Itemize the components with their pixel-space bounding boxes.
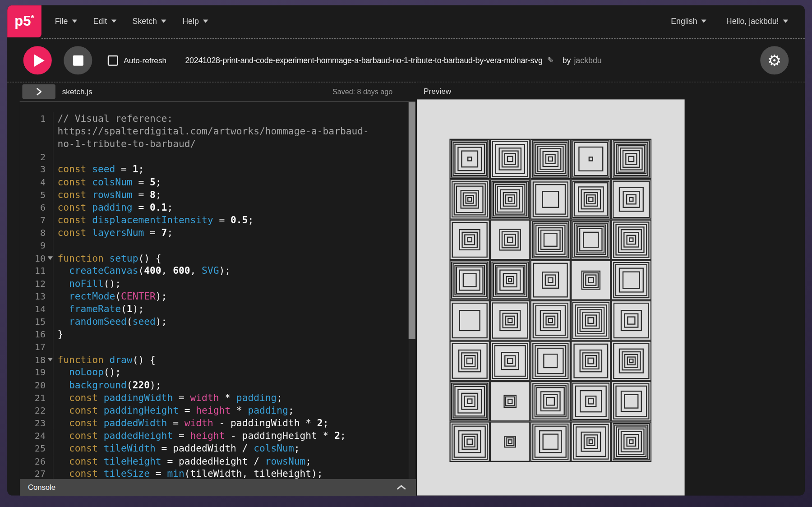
language-menu[interactable]: English <box>671 17 706 26</box>
tab-sketch-js[interactable]: sketch.js <box>62 87 92 96</box>
line-number[interactable]: 20 <box>20 379 54 392</box>
code-line: 9 <box>20 239 415 252</box>
code-line: 10function setup() { <box>20 252 415 264</box>
settings-button[interactable]: ⚙ <box>760 46 789 74</box>
line-number[interactable]: 13 <box>20 290 54 303</box>
saved-status: Saved: 8 days ago <box>332 88 392 96</box>
code-line: 4const colsNum = 5; <box>20 176 415 189</box>
editor-scrollbar-thumb[interactable] <box>409 102 415 339</box>
tile <box>531 300 571 341</box>
line-number[interactable]: 25 <box>20 442 54 455</box>
window-frame: p5* File Edit Sketch Help <box>0 0 812 507</box>
line-number[interactable]: 27 <box>20 468 54 479</box>
line-number[interactable]: 11 <box>20 265 54 277</box>
main-area: sketch.js Saved: 8 days ago 1// Visual r… <box>7 82 805 495</box>
console-bar[interactable]: Console <box>20 479 415 496</box>
chevron-down-icon <box>72 20 77 23</box>
line-number[interactable]: 12 <box>20 277 54 290</box>
pencil-icon[interactable]: ✎ <box>547 55 554 65</box>
tile <box>449 341 490 381</box>
line-number[interactable]: 8 <box>20 226 54 239</box>
code-text: background(220); <box>53 379 161 392</box>
code-text: rectMode(CENTER); <box>53 290 167 303</box>
tile <box>490 139 531 180</box>
menu-file[interactable]: File <box>55 17 77 26</box>
unsaved-marker: * <box>31 14 34 23</box>
code-line: 12 noFill(); <box>20 277 415 290</box>
tile <box>531 220 571 260</box>
tile <box>490 381 531 422</box>
editor-scrollbar[interactable] <box>409 102 415 479</box>
nav-right: English Hello, jackbdu! <box>671 5 788 37</box>
auto-refresh-checkbox[interactable] <box>108 55 118 65</box>
tile <box>449 381 490 422</box>
sidebar-collapse-button[interactable] <box>22 84 55 99</box>
tile <box>611 220 652 260</box>
author-link[interactable]: jackbdu <box>574 55 601 65</box>
chevron-right-icon <box>35 87 42 97</box>
line-number[interactable]: 26 <box>20 455 54 467</box>
line-number[interactable]: 7 <box>20 214 54 226</box>
line-number[interactable]: 19 <box>20 366 54 379</box>
sketch-title[interactable]: 20241028-print-and-code-experiment-homma… <box>185 55 542 65</box>
menu-help[interactable]: Help <box>182 17 208 26</box>
p5-logo[interactable]: p5* <box>7 5 42 37</box>
code-line: 21 const paddingWidth = width * padding; <box>20 392 415 404</box>
tile <box>611 421 652 462</box>
code-line: 18function draw() { <box>20 353 415 366</box>
tile <box>449 179 490 220</box>
chevron-down-icon <box>111 20 116 23</box>
line-number[interactable]: 21 <box>20 392 54 404</box>
line-number[interactable]: 15 <box>20 315 54 328</box>
code-line: 13 rectMode(CENTER); <box>20 290 415 303</box>
line-number[interactable]: 1 <box>20 112 54 150</box>
menu-sketch[interactable]: Sketch <box>133 17 166 26</box>
menu-edit[interactable]: Edit <box>93 17 116 26</box>
line-number[interactable]: 22 <box>20 404 54 417</box>
line-number[interactable]: 6 <box>20 201 54 214</box>
code-text: frameRate(1); <box>53 303 144 315</box>
line-number[interactable]: 16 <box>20 328 54 341</box>
play-button[interactable] <box>23 46 52 74</box>
line-number[interactable]: 5 <box>20 189 54 201</box>
tile <box>449 300 490 341</box>
code-line: 17 <box>20 341 415 353</box>
code-line: 26 const tileHeight = paddedHeight / row… <box>20 455 415 467</box>
code-line: 2 <box>20 150 415 163</box>
code-editor[interactable]: 1// Visual reference: https://spalterdig… <box>20 101 415 479</box>
tile <box>490 421 531 462</box>
account-greeting: Hello, jackbdu! <box>726 17 779 26</box>
code-text: const padding = 0.1; <box>53 201 173 214</box>
tile <box>531 341 571 381</box>
code-line: 16} <box>20 328 415 341</box>
line-number[interactable]: 3 <box>20 163 54 176</box>
code-text: function draw() { <box>53 353 156 366</box>
language-label: English <box>671 17 697 26</box>
chevron-up-icon[interactable] <box>397 484 406 490</box>
line-number[interactable]: 9 <box>20 239 54 252</box>
tile <box>611 381 652 422</box>
tile <box>449 421 490 462</box>
code-line: 1// Visual reference: https://spalterdig… <box>20 112 415 150</box>
account-menu[interactable]: Hello, jackbdu! <box>726 17 788 26</box>
line-number[interactable]: 18 <box>20 353 54 366</box>
code-text: const paddingHeight = height * padding; <box>53 404 294 417</box>
line-number[interactable]: 24 <box>20 429 54 442</box>
tile <box>531 421 571 462</box>
line-number[interactable]: 2 <box>20 150 54 163</box>
line-number[interactable]: 23 <box>20 417 54 429</box>
line-number[interactable]: 17 <box>20 341 54 353</box>
code-text: function setup() { <box>53 252 161 264</box>
line-number[interactable]: 4 <box>20 176 54 189</box>
line-number[interactable]: 14 <box>20 303 54 315</box>
fold-arrow-icon[interactable] <box>48 256 53 260</box>
code-text: const paddingWidth = width * padding; <box>53 392 282 404</box>
tile <box>611 300 652 341</box>
code-line: 25 const tileWidth = paddedWidth / colsN… <box>20 442 415 455</box>
code-text: const colsNum = 5; <box>53 176 161 189</box>
code-text: randomSeed(seed); <box>53 315 167 328</box>
stop-button[interactable] <box>64 46 92 74</box>
fold-arrow-icon[interactable] <box>48 358 53 361</box>
line-number[interactable]: 10 <box>20 252 54 264</box>
tile <box>490 179 531 220</box>
